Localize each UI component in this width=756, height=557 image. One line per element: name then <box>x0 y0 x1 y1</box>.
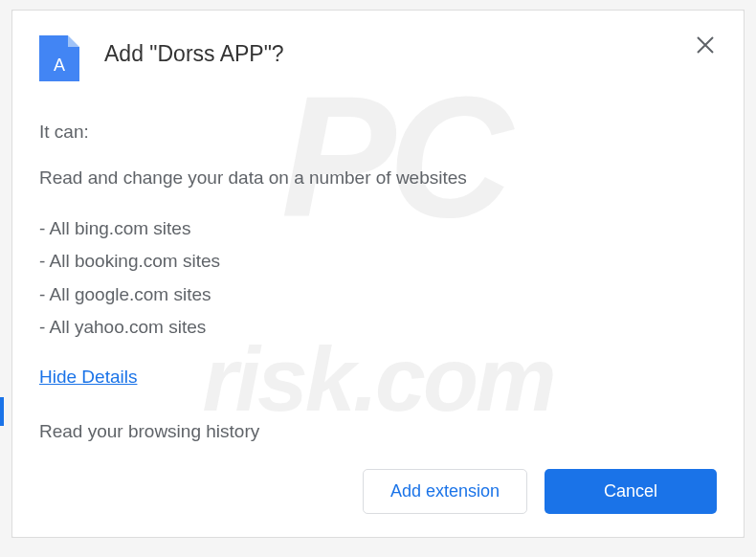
add-extension-button[interactable]: Add extension <box>363 469 527 514</box>
sites-list: - All bing.com sites - All booking.com s… <box>39 214 717 343</box>
site-item: - All yahoo.com sites <box>39 313 717 342</box>
permission-description: Read and change your data on a number of… <box>39 164 717 192</box>
site-item: - All booking.com sites <box>39 247 717 276</box>
dialog-actions: Add extension Cancel <box>363 469 717 514</box>
close-button[interactable] <box>692 32 719 58</box>
extension-install-dialog: A Add "Dorss APP"? It can: Read and chan… <box>11 10 745 538</box>
dialog-title: Add "Dorss APP"? <box>104 41 284 67</box>
app-icon-letter: A <box>54 56 65 76</box>
hide-details-link[interactable]: Hide Details <box>39 363 137 391</box>
site-item: - All bing.com sites <box>39 214 717 243</box>
it-can-label: It can: <box>39 118 717 146</box>
app-icon: A <box>39 35 79 81</box>
close-icon <box>697 36 714 54</box>
left-accent-bar <box>0 397 4 426</box>
dialog-content: It can: Read and change your data on a n… <box>39 118 717 446</box>
history-permission-text: Read your browsing history <box>39 417 717 446</box>
cancel-button[interactable]: Cancel <box>545 469 717 514</box>
site-item: - All google.com sites <box>39 280 717 309</box>
dialog-header: A Add "Dorss APP"? <box>39 33 717 81</box>
